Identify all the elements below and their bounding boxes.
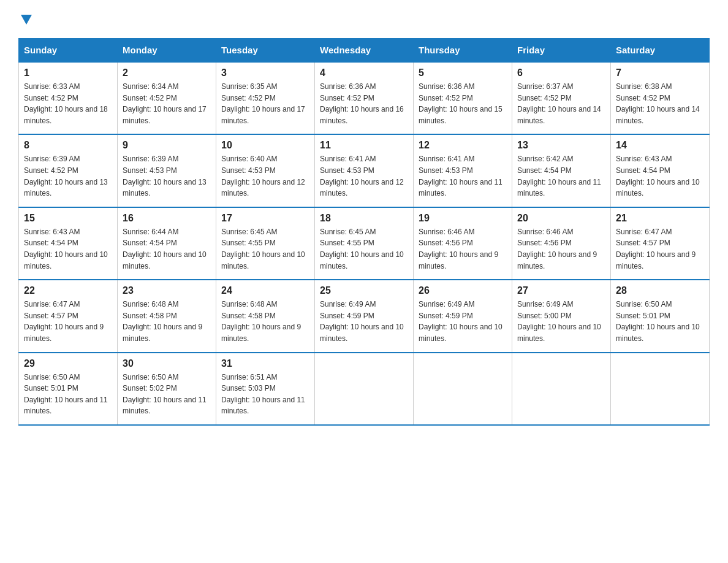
day-number: 3 <box>221 67 309 79</box>
calendar-cell: 29 Sunrise: 6:50 AMSunset: 5:01 PMDaylig… <box>19 353 118 425</box>
day-number: 14 <box>616 140 704 151</box>
day-info: Sunrise: 6:49 AMSunset: 4:59 PMDaylight:… <box>320 299 408 344</box>
day-number: 16 <box>123 213 211 224</box>
day-number: 21 <box>616 213 704 224</box>
day-number: 13 <box>517 140 605 151</box>
calendar-cell: 3 Sunrise: 6:35 AMSunset: 4:52 PMDayligh… <box>216 62 315 134</box>
day-number: 10 <box>221 140 309 151</box>
svg-marker-0 <box>21 15 32 25</box>
calendar-table: SundayMondayTuesdayWednesdayThursdayFrid… <box>18 38 710 426</box>
calendar-cell: 8 Sunrise: 6:39 AMSunset: 4:52 PMDayligh… <box>19 134 118 207</box>
day-info: Sunrise: 6:36 AMSunset: 4:52 PMDaylight:… <box>419 81 507 126</box>
day-number: 22 <box>24 285 112 296</box>
calendar-cell: 26 Sunrise: 6:49 AMSunset: 4:59 PMDaylig… <box>414 280 512 352</box>
day-info: Sunrise: 6:46 AMSunset: 4:56 PMDaylight:… <box>517 226 605 272</box>
calendar-cell <box>414 353 512 425</box>
calendar-cell: 19 Sunrise: 6:46 AMSunset: 4:56 PMDaylig… <box>414 207 512 280</box>
calendar-cell: 10 Sunrise: 6:40 AMSunset: 4:53 PMDaylig… <box>216 134 315 207</box>
day-number: 12 <box>419 140 507 151</box>
col-header-wednesday: Wednesday <box>315 39 414 63</box>
logo-arrow-icon <box>18 12 33 26</box>
day-number: 8 <box>24 140 112 151</box>
calendar-cell: 30 Sunrise: 6:50 AMSunset: 5:02 PMDaylig… <box>118 353 216 425</box>
calendar-week-4: 22 Sunrise: 6:47 AMSunset: 4:57 PMDaylig… <box>19 280 710 352</box>
calendar-cell: 16 Sunrise: 6:44 AMSunset: 4:54 PMDaylig… <box>118 207 216 280</box>
day-info: Sunrise: 6:37 AMSunset: 4:52 PMDaylight:… <box>517 81 605 126</box>
day-info: Sunrise: 6:40 AMSunset: 4:53 PMDaylight:… <box>221 153 309 199</box>
calendar-cell: 14 Sunrise: 6:43 AMSunset: 4:54 PMDaylig… <box>611 134 710 207</box>
calendar-cell: 9 Sunrise: 6:39 AMSunset: 4:53 PMDayligh… <box>118 134 216 207</box>
day-info: Sunrise: 6:35 AMSunset: 4:52 PMDaylight:… <box>221 81 309 126</box>
day-info: Sunrise: 6:42 AMSunset: 4:54 PMDaylight:… <box>517 153 605 199</box>
day-number: 31 <box>221 358 309 369</box>
day-info: Sunrise: 6:34 AMSunset: 4:52 PMDaylight:… <box>123 81 211 126</box>
calendar-cell: 12 Sunrise: 6:41 AMSunset: 4:53 PMDaylig… <box>414 134 512 207</box>
calendar-cell: 11 Sunrise: 6:41 AMSunset: 4:53 PMDaylig… <box>315 134 414 207</box>
day-info: Sunrise: 6:41 AMSunset: 4:53 PMDaylight:… <box>419 153 507 199</box>
calendar-cell: 7 Sunrise: 6:38 AMSunset: 4:52 PMDayligh… <box>611 62 710 134</box>
calendar-cell: 13 Sunrise: 6:42 AMSunset: 4:54 PMDaylig… <box>512 134 611 207</box>
calendar-cell: 21 Sunrise: 6:47 AMSunset: 4:57 PMDaylig… <box>611 207 710 280</box>
page-header <box>18 12 710 26</box>
day-info: Sunrise: 6:46 AMSunset: 4:56 PMDaylight:… <box>419 226 507 272</box>
day-info: Sunrise: 6:43 AMSunset: 4:54 PMDaylight:… <box>24 226 112 272</box>
day-number: 29 <box>24 358 112 369</box>
day-info: Sunrise: 6:50 AMSunset: 5:01 PMDaylight:… <box>616 299 704 344</box>
calendar-cell <box>512 353 611 425</box>
col-header-friday: Friday <box>512 39 611 63</box>
day-number: 9 <box>123 140 211 151</box>
col-header-monday: Monday <box>118 39 216 63</box>
calendar-header-row: SundayMondayTuesdayWednesdayThursdayFrid… <box>19 39 710 63</box>
day-info: Sunrise: 6:41 AMSunset: 4:53 PMDaylight:… <box>320 153 408 199</box>
calendar-cell: 1 Sunrise: 6:33 AMSunset: 4:52 PMDayligh… <box>19 62 118 134</box>
col-header-sunday: Sunday <box>19 39 118 63</box>
day-number: 19 <box>419 213 507 224</box>
calendar-cell: 4 Sunrise: 6:36 AMSunset: 4:52 PMDayligh… <box>315 62 414 134</box>
day-info: Sunrise: 6:48 AMSunset: 4:58 PMDaylight:… <box>123 299 211 344</box>
col-header-tuesday: Tuesday <box>216 39 315 63</box>
day-number: 18 <box>320 213 408 224</box>
calendar-cell: 15 Sunrise: 6:43 AMSunset: 4:54 PMDaylig… <box>19 207 118 280</box>
calendar-week-2: 8 Sunrise: 6:39 AMSunset: 4:52 PMDayligh… <box>19 134 710 207</box>
day-info: Sunrise: 6:51 AMSunset: 5:03 PMDaylight:… <box>221 372 309 417</box>
calendar-cell: 27 Sunrise: 6:49 AMSunset: 5:00 PMDaylig… <box>512 280 611 352</box>
day-info: Sunrise: 6:47 AMSunset: 4:57 PMDaylight:… <box>24 299 112 344</box>
calendar-cell: 23 Sunrise: 6:48 AMSunset: 4:58 PMDaylig… <box>118 280 216 352</box>
col-header-thursday: Thursday <box>414 39 512 63</box>
day-info: Sunrise: 6:39 AMSunset: 4:53 PMDaylight:… <box>123 153 211 199</box>
day-info: Sunrise: 6:38 AMSunset: 4:52 PMDaylight:… <box>616 81 704 126</box>
day-info: Sunrise: 6:45 AMSunset: 4:55 PMDaylight:… <box>221 226 309 272</box>
day-info: Sunrise: 6:47 AMSunset: 4:57 PMDaylight:… <box>616 226 704 272</box>
day-number: 27 <box>517 285 605 296</box>
day-number: 11 <box>320 140 408 151</box>
day-info: Sunrise: 6:43 AMSunset: 4:54 PMDaylight:… <box>616 153 704 199</box>
day-number: 4 <box>320 67 408 79</box>
calendar-cell <box>611 353 710 425</box>
calendar-cell: 31 Sunrise: 6:51 AMSunset: 5:03 PMDaylig… <box>216 353 315 425</box>
calendar-week-5: 29 Sunrise: 6:50 AMSunset: 5:01 PMDaylig… <box>19 353 710 425</box>
day-info: Sunrise: 6:50 AMSunset: 5:02 PMDaylight:… <box>123 372 211 417</box>
calendar-cell: 6 Sunrise: 6:37 AMSunset: 4:52 PMDayligh… <box>512 62 611 134</box>
day-number: 23 <box>123 285 211 296</box>
day-number: 2 <box>123 67 211 79</box>
day-number: 26 <box>419 285 507 296</box>
calendar-cell: 2 Sunrise: 6:34 AMSunset: 4:52 PMDayligh… <box>118 62 216 134</box>
calendar-week-1: 1 Sunrise: 6:33 AMSunset: 4:52 PMDayligh… <box>19 62 710 134</box>
calendar-cell: 22 Sunrise: 6:47 AMSunset: 4:57 PMDaylig… <box>19 280 118 352</box>
day-number: 24 <box>221 285 309 296</box>
calendar-cell <box>315 353 414 425</box>
day-info: Sunrise: 6:45 AMSunset: 4:55 PMDaylight:… <box>320 226 408 272</box>
day-number: 28 <box>616 285 704 296</box>
day-number: 17 <box>221 213 309 224</box>
day-number: 30 <box>123 358 211 369</box>
day-number: 20 <box>517 213 605 224</box>
calendar-cell: 17 Sunrise: 6:45 AMSunset: 4:55 PMDaylig… <box>216 207 315 280</box>
calendar-cell: 5 Sunrise: 6:36 AMSunset: 4:52 PMDayligh… <box>414 62 512 134</box>
calendar-cell: 20 Sunrise: 6:46 AMSunset: 4:56 PMDaylig… <box>512 207 611 280</box>
day-number: 7 <box>616 67 704 79</box>
calendar-cell: 25 Sunrise: 6:49 AMSunset: 4:59 PMDaylig… <box>315 280 414 352</box>
calendar-cell: 18 Sunrise: 6:45 AMSunset: 4:55 PMDaylig… <box>315 207 414 280</box>
day-info: Sunrise: 6:50 AMSunset: 5:01 PMDaylight:… <box>24 372 112 417</box>
col-header-saturday: Saturday <box>611 39 710 63</box>
day-number: 1 <box>24 67 112 79</box>
